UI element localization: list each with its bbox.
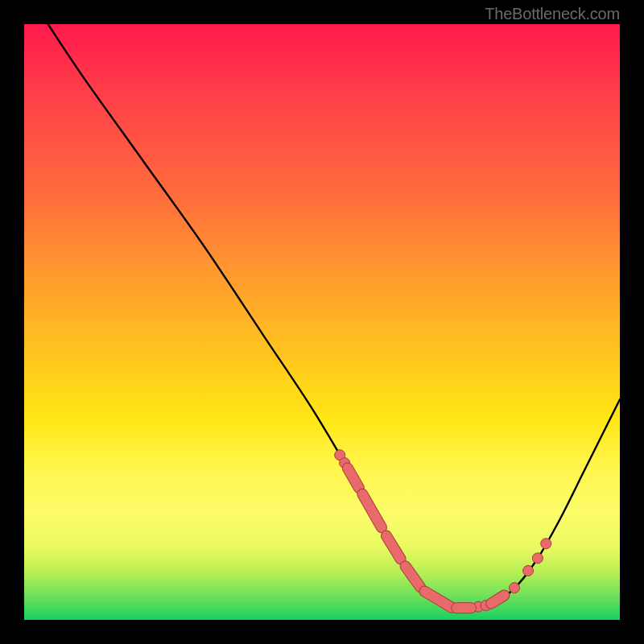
marker-dot [523,565,534,576]
marker-pill [355,487,388,535]
marker-dot [532,553,543,564]
marker-pill [379,529,408,567]
chart-frame: TheBottleneck.com [0,0,644,644]
marker-dot [541,539,551,549]
marker-dot [510,583,520,593]
curve-markers [335,450,551,615]
curve-svg [24,24,620,620]
plot-area [24,24,620,620]
marker-pill [484,588,511,611]
bottleneck-curve [48,24,620,609]
attribution-label: TheBottleneck.com [485,5,620,23]
marker-pill [452,603,477,613]
